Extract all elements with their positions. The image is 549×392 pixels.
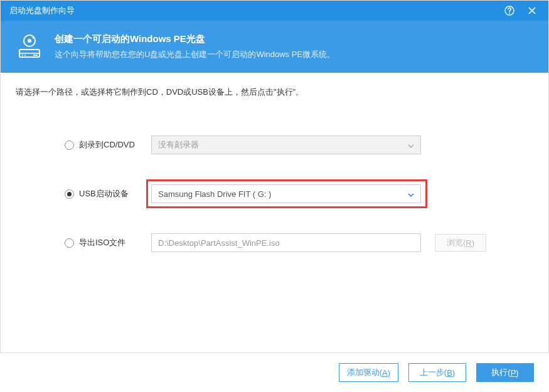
browse-button: 浏览(R) [435,234,486,252]
titlebar: 启动光盘制作向导 [1,1,548,21]
radio-iso[interactable]: 导出ISO文件 [65,237,151,248]
help-icon[interactable] [498,1,521,21]
iso-path-input: D:\Desktop\PartAssist_WinPE.iso [151,233,421,252]
svg-point-10 [24,55,26,56]
add-driver-button[interactable]: 添加驱动(A) [339,363,398,382]
option-row-usb: USB启动设备 Samsung Flash Drive FIT ( G: ) [65,184,533,203]
option-row-cddvd: 刻录到CD/DVD 没有刻录器 [65,135,533,154]
cddvd-select: 没有刻录器 [151,135,421,154]
disc-drive-icon [16,32,43,61]
usb-select[interactable]: Samsung Flash Drive FIT ( G: ) [151,184,421,203]
svg-point-1 [509,13,510,14]
svg-point-9 [22,55,23,56]
header-subtitle: 这个向导将帮助您在您的U盘或光盘上创建一个可启动的Windows PE微系统。 [55,49,335,60]
radio-usb[interactable]: USB启动设备 [65,188,151,199]
close-icon[interactable] [521,1,543,21]
radio-icon [65,189,74,199]
previous-button[interactable]: 上一步(B) [408,363,466,382]
radio-icon [65,140,74,150]
usb-select-value: Samsung Flash Drive FIT ( G: ) [158,189,271,199]
window-title: 启动光盘制作向导 [9,5,498,16]
radio-label: 刻录到CD/DVD [79,139,135,151]
wizard-body: 请选择一个路径，或选择将它制作到CD，DVD或USB设备上，然后点击"执行"。 … [1,73,548,296]
cddvd-select-value: 没有刻录器 [158,139,199,151]
execute-button[interactable]: 执行(P) [476,363,534,382]
header-title: 创建一个可启动的Windows PE光盘 [55,33,335,45]
svg-rect-11 [33,55,38,56]
wizard-footer: 添加驱动(A) 上一步(B) 执行(P) [0,352,549,392]
option-row-iso: 导出ISO文件 D:\Desktop\PartAssist_WinPE.iso … [65,233,533,252]
wizard-header: 创建一个可启动的Windows PE光盘 这个向导将帮助您在您的U盘或光盘上创建… [1,21,548,73]
iso-path-value: D:\Desktop\PartAssist_WinPE.iso [158,238,280,248]
radio-label: USB启动设备 [79,188,129,199]
radio-label: 导出ISO文件 [79,237,125,248]
chevron-down-icon [408,140,414,150]
radio-cddvd[interactable]: 刻录到CD/DVD [65,139,151,151]
instructions-text: 请选择一个路径，或选择将它制作到CD，DVD或USB设备上，然后点击"执行"。 [16,87,533,98]
svg-point-5 [28,39,31,43]
chevron-down-icon [408,189,414,199]
svg-point-6 [33,37,35,39]
radio-icon [65,238,74,248]
